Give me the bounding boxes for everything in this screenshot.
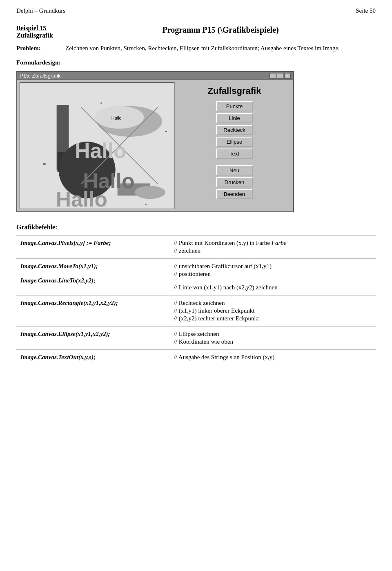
- comment-line: // zeichnen: [174, 247, 372, 254]
- comment-line: // Linie von (x1,y1) nach (x2,y2) zeichn…: [174, 284, 372, 291]
- svg-point-13: [43, 163, 46, 165]
- comment-line: // Ellipse zeichnen: [174, 331, 372, 338]
- sim-panel: Zufallsgrafik Punkte Linie Reckteck Elli…: [178, 82, 291, 209]
- svg-point-16: [145, 204, 147, 205]
- comment-line: // Rechteck zeichnen: [174, 300, 372, 307]
- btn-neu[interactable]: Neu: [216, 165, 253, 176]
- btn-ellipse[interactable]: Ellipse: [216, 137, 253, 147]
- comment-cell: // unsichtbaren Grafikcursor auf (x1,y1)…: [167, 259, 376, 295]
- comment-block: // Ellipse zeichnen // Koordinaten wie o…: [174, 331, 372, 345]
- code-cell: Image.Canvas.Ellipse(x1,y1,x2,y2);: [16, 327, 167, 350]
- sim-btn-group1: Punkte Linie Reckteck Ellipse Text: [182, 101, 287, 159]
- btn-reckteck[interactable]: Reckteck: [216, 125, 253, 135]
- code-table: Image.Canvas.Pixels[x,y] := Farbe; // Pu…: [16, 235, 376, 365]
- programm-title: Programm P15 (\Grafikbeispiele): [65, 25, 376, 35]
- btn-text[interactable]: Text: [216, 149, 253, 159]
- table-row: Image.Canvas.Rectangle(x1,y1,x2,y2); // …: [16, 295, 376, 327]
- comment-cell: // Ausgabe des Strings s an Position (x,…: [167, 350, 376, 365]
- sim-panel-title: Zufallsgrafik: [208, 86, 261, 96]
- code-cell: Image.Canvas.MoveTo(x1,y1); Image.Canvas…: [16, 259, 167, 295]
- comment-block: // Ausgabe des Strings s an Position (x,…: [174, 354, 372, 361]
- sim-close-btn[interactable]: ×: [284, 73, 291, 79]
- svg-text:Hallo: Hallo: [75, 139, 126, 162]
- code-text: Image.Canvas.Pixels[x,y] := Farbe;: [20, 240, 111, 246]
- btn-punkte[interactable]: Punkte: [216, 101, 253, 111]
- svg-text:Hallo: Hallo: [111, 116, 122, 120]
- table-row: Image.Canvas.TextOut(x,y,s); // Ausgabe …: [16, 350, 376, 365]
- comment-line: // (x2,y2) rechter unterer Eckpunkt: [174, 315, 372, 322]
- problem-text: Zeichnen von Punkten, Strecken, Rechteck…: [65, 45, 376, 52]
- table-row: Image.Canvas.Ellipse(x1,y1,x2,y2); // El…: [16, 327, 376, 350]
- comment-block: // Rechteck zeichnen // (x1,y1) linker o…: [174, 300, 372, 322]
- table-row: Image.Canvas.Pixels[x,y] := Farbe; // Pu…: [16, 236, 376, 259]
- sim-maximize-btn[interactable]: □: [277, 73, 283, 79]
- grafik-section: Grafikbefehle: Image.Canvas.Pixels[x,y] …: [16, 224, 376, 365]
- sim-canvas: Hallo Hallo Hallo: [20, 82, 175, 209]
- header-left: Delphi – Grundkurs: [16, 7, 65, 14]
- section-header: Beispiel 15 Zufallsgrafik Programm P15 (…: [16, 24, 376, 39]
- problem-label: Problem:: [16, 45, 65, 52]
- comment-block: // Punkt mit Koordinaten (x,y) in Farbe …: [174, 240, 372, 254]
- page-header: Delphi – Grundkurs Seite 50: [16, 7, 376, 17]
- code-cell: Image.Canvas.Rectangle(x1,y1,x2,y2);: [16, 295, 167, 327]
- comment-line: // positionieren: [174, 271, 372, 278]
- sim-window-title: P15: Zufallsgrafik: [20, 73, 60, 79]
- code-cell: Image.Canvas.Pixels[x,y] := Farbe;: [16, 236, 167, 259]
- table-row: Image.Canvas.MoveTo(x1,y1); Image.Canvas…: [16, 259, 376, 295]
- beispiel-block: Beispiel 15 Zufallsgrafik: [16, 24, 65, 39]
- sim-minimize-btn[interactable]: –: [270, 73, 276, 79]
- comment-cell: // Punkt mit Koordinaten (x,y) in Farbe …: [167, 236, 376, 259]
- comment-block: // unsichtbaren Grafikcursor auf (x1,y1)…: [174, 263, 372, 291]
- comment-line: // Ausgabe des Strings s an Position (x,…: [174, 354, 372, 361]
- comment-cell: // Ellipse zeichnen // Koordinaten wie o…: [167, 327, 376, 350]
- comment-line: // (x1,y1) linker oberer Eckpunkt: [174, 307, 372, 314]
- beispiel-subtitle: Zufallsgrafik: [16, 32, 65, 39]
- btn-linie[interactable]: Linie: [216, 113, 253, 123]
- sim-titlebar-buttons: – □ ×: [270, 73, 291, 79]
- problem-row: Problem: Zeichnen von Punkten, Strecken,…: [16, 45, 376, 52]
- beispiel-number: Beispiel 15: [16, 24, 65, 32]
- comment-line: // unsichtbaren Grafikcursor auf (x1,y1): [174, 263, 372, 270]
- btn-beenden[interactable]: Beenden: [216, 189, 253, 199]
- svg-point-14: [165, 131, 167, 132]
- comment-line: // Punkt mit Koordinaten (x,y) in Farbe …: [174, 240, 372, 247]
- svg-text:Hallo: Hallo: [83, 169, 134, 193]
- svg-point-15: [100, 102, 102, 104]
- svg-point-12: [134, 186, 165, 199]
- sim-window: P15: Zufallsgrafik – □ × Hallo: [16, 71, 294, 212]
- comment-line: // Koordinaten wie oben: [174, 338, 372, 345]
- header-right: Seite 50: [356, 7, 376, 14]
- formulardesign-label: Formulardesign:: [16, 59, 376, 66]
- code-cell: Image.Canvas.TextOut(x,y,s);: [16, 350, 167, 365]
- sim-btn-group2: Neu Drucken Beenden: [182, 165, 287, 199]
- sim-canvas-svg: Hallo Hallo Hallo: [20, 83, 174, 209]
- comment-cell: // Rechteck zeichnen // (x1,y1) linker o…: [167, 295, 376, 327]
- sim-titlebar: P15: Zufallsgrafik – □ ×: [17, 72, 293, 80]
- grafik-label: Grafikbefehle:: [16, 224, 376, 231]
- sim-body: Hallo Hallo Hallo: [17, 80, 293, 211]
- btn-drucken[interactable]: Drucken: [216, 177, 253, 187]
- page: Delphi – Grundkurs Seite 50 Beispiel 15 …: [0, 0, 392, 571]
